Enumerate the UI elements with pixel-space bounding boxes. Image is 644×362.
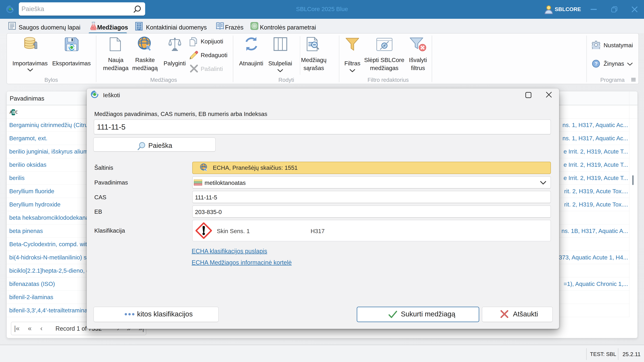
svg-text:C: C — [15, 110, 18, 115]
svg-text:?: ? — [595, 61, 598, 66]
svg-text:B: B — [12, 110, 16, 115]
